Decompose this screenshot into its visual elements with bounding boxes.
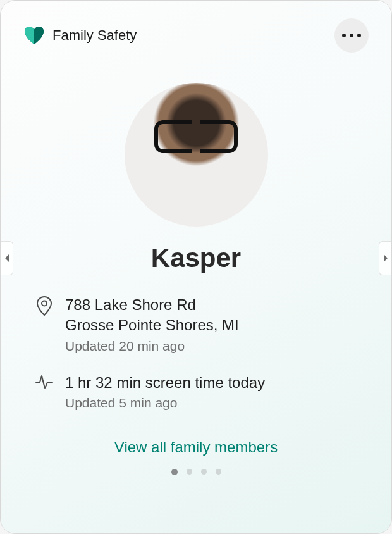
location-body: 788 Lake Shore Rd Grosse Pointe Shores, … [65,295,239,354]
location-pin-icon [35,295,54,354]
prev-arrow[interactable] [1,241,13,275]
pager-dot-3[interactable] [201,469,207,475]
pager-dot-1[interactable] [171,469,178,475]
family-safety-card: Family Safety Kasper 788 Lake Shore Rd G… [0,0,392,534]
brand: Family Safety [23,26,137,45]
more-button[interactable] [334,18,369,53]
pager-dot-4[interactable] [216,469,221,475]
more-icon [342,34,346,37]
avatar[interactable] [125,83,268,227]
chevron-right-icon [383,254,389,263]
screen-time-summary: 1 hr 32 min screen time today [65,373,265,393]
info-list: 788 Lake Shore Rd Grosse Pointe Shores, … [23,295,369,430]
pager-dots [23,469,369,475]
screen-time-updated: Updated 5 min ago [65,395,265,411]
screen-time-body: 1 hr 32 min screen time today Updated 5 … [65,373,265,411]
more-icon [350,34,353,37]
view-all-link[interactable]: View all family members [23,438,369,456]
svg-point-0 [42,301,47,306]
brand-title: Family Safety [52,27,137,44]
location-item[interactable]: 788 Lake Shore Rd Grosse Pointe Shores, … [35,295,357,354]
location-line1: 788 Lake Shore Rd [65,295,239,315]
location-updated: Updated 20 min ago [65,338,239,354]
activity-icon [35,373,54,411]
location-line2: Grosse Pointe Shores, MI [65,315,239,335]
header: Family Safety [23,18,369,53]
pager-dot-2[interactable] [187,469,192,475]
screen-time-item[interactable]: 1 hr 32 min screen time today Updated 5 … [35,373,357,411]
chevron-left-icon [4,254,10,263]
more-icon [357,34,361,37]
next-arrow[interactable] [379,241,391,275]
avatar-container [23,83,369,227]
heart-shield-icon [23,26,45,45]
profile-name: Kasper [23,243,369,273]
